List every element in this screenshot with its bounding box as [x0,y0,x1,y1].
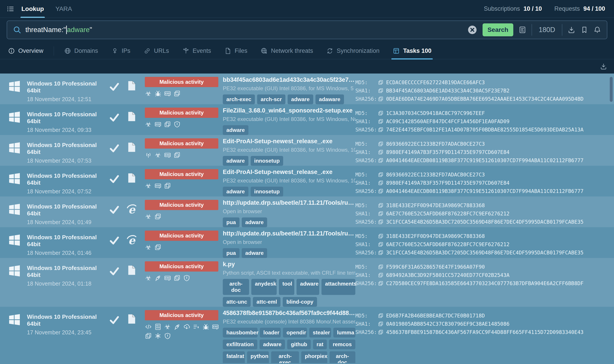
tag-pill[interactable]: innosetup [251,156,283,166]
task-row[interactable]: Windows 10 Professional 64bit18 November… [0,258,614,307]
task-title-link[interactable]: FileZilla_3.68.0_win64_sponsored2-setup.… [223,107,355,114]
tag-pill[interactable]: adware [287,94,313,104]
task-row[interactable]: Windows 10 Professional 64bit18 November… [0,196,614,227]
task-title-link[interactable]: Edit-ProAI-Setup-newest_release_.exe [223,138,355,145]
task-row[interactable]: Windows 10 Professional 64bit17 November… [0,307,614,363]
query-history-icon[interactable] [519,26,526,34]
tab-tasks[interactable]: Tasks 100 [392,43,433,59]
menu-icon[interactable] [7,5,14,13]
tag-pill[interactable]: tool [279,279,294,295]
tag-pill[interactable]: adware [242,217,267,227]
tag-pill[interactable]: fatalrat [223,351,245,363]
copy-hash-icon[interactable] [378,281,383,286]
tab-files[interactable]: Files [223,43,249,59]
task-title-link[interactable]: http://update.drp.su/beetle/17.11.21/Too… [223,230,355,237]
tag-pill[interactable]: attc-eml [253,297,280,307]
tab-yara[interactable]: YARA [55,0,73,18]
tab-events[interactable]: Events [181,43,212,59]
copy-hash-icon[interactable] [378,96,383,102]
copy-hash-icon[interactable] [378,127,383,132]
tag-pill[interactable]: innosetup [251,187,283,196]
copy-hash-icon[interactable] [378,321,383,326]
copy-hash-icon[interactable] [378,264,383,270]
tag-pill[interactable]: adware [297,279,319,295]
tag-pill[interactable]: attc-unc [223,297,251,307]
search-input[interactable]: threatName:"adware" Search 180D [7,21,607,39]
time-range-selector[interactable]: 180D [537,26,557,34]
tag-pill[interactable]: adware [223,156,248,166]
tag-pill[interactable]: arch-doc [223,279,249,295]
task-title-link[interactable]: bb34f45ac6803ad6e1ad433c3a4c30ac5f23e7b2 [223,77,355,83]
tab-lookup[interactable]: Lookup [21,0,45,18]
scrollbar-thumb[interactable] [610,77,613,102]
tag-pill[interactable]: adware [223,125,248,135]
tag-pill[interactable]: github [287,339,311,349]
tab-overview[interactable]: Overview [7,43,45,59]
tag-pill[interactable]: adware [223,187,248,196]
copy-hash-icon[interactable] [378,188,383,194]
copy-hash-icon[interactable] [378,88,383,93]
copy-hash-icon[interactable] [378,234,383,239]
tag-pill[interactable]: anydesk [251,279,277,295]
copy-hash-icon[interactable] [378,80,383,85]
tag-pill[interactable]: arch-exec [271,351,299,363]
task-title-link[interactable]: Edit-ProAI-Setup-newest_release_.exe [223,169,355,176]
copy-hash-icon[interactable] [378,313,383,318]
task-title-link[interactable]: http://update.drp.su/beetle/17.11.21/Too… [223,199,355,206]
copy-hash-icon[interactable] [378,119,383,124]
task-row[interactable]: Windows 10 Professional 64bit18 November… [0,135,614,166]
download-icon[interactable] [568,26,575,34]
copy-hash-icon[interactable] [378,242,383,247]
clear-query-icon[interactable] [467,25,477,35]
tag-pill[interactable]: attachments [322,279,355,295]
tag-pill[interactable]: adaware [315,94,344,104]
tag-pill[interactable]: arch-scr [257,94,285,104]
tag-pill[interactable]: loader [260,328,281,338]
copy-hash-icon[interactable] [378,211,383,216]
task-row[interactable]: Windows 10 Professional 64bit18 November… [0,74,614,104]
copy-hash-icon[interactable] [378,110,383,116]
tag-pill[interactable]: blind-copy [283,297,317,307]
copy-hash-icon[interactable] [378,219,383,224]
export-results-icon[interactable] [600,63,607,70]
task-title-link[interactable]: 4586378fb8e91587b6c436af567fa9cc9f44d88f… [223,310,355,317]
bell-icon[interactable] [593,26,601,34]
copy-hash-icon[interactable] [378,250,383,255]
copy-hash-icon[interactable] [378,203,383,208]
copy-hash-icon[interactable] [378,273,383,278]
task-row[interactable]: Windows 10 Professional 64bit18 November… [0,166,614,196]
copy-hash-icon[interactable] [378,172,383,177]
tab-urls[interactable]: URLs [142,43,170,59]
tag-pill[interactable]: opendir [283,328,307,338]
task-title-link[interactable]: k.py [223,261,355,268]
tag-pill[interactable]: arch-exec [223,94,255,104]
search-button[interactable]: Search [483,23,513,36]
tag-pill[interactable]: remcos [329,339,355,349]
tag-pill[interactable]: exfiltration [223,339,257,349]
task-row[interactable]: Windows 10 Professional 64bit18 November… [0,104,614,135]
tag-pill[interactable]: hausbomber [223,328,258,338]
copy-hash-icon[interactable] [378,180,383,186]
tag-pill[interactable]: arch-doc [329,351,355,363]
tag-pill[interactable]: pua [223,248,239,258]
bookmark-icon[interactable] [581,26,588,34]
tab-synchronization[interactable]: Synchronization [325,43,381,59]
tag-pill[interactable]: phorpiex [301,351,327,363]
copy-hash-icon[interactable] [378,141,383,147]
copy-hash-icon[interactable] [378,329,383,335]
tag-pill[interactable]: python [247,351,269,363]
tag-pill[interactable]: adware [260,339,285,349]
task-row[interactable]: Windows 10 Professional 64bit18 November… [0,227,614,258]
tag-pill[interactable]: lumma [333,328,355,338]
tab-domains[interactable]: Domains [63,43,100,59]
tab-ips[interactable]: IPs [110,43,132,59]
copy-hash-icon[interactable] [378,158,383,163]
search-query[interactable]: threatName:"adware" [26,26,92,34]
tag-pill[interactable]: stealer [309,328,331,338]
tag-pill[interactable]: pua [223,217,239,227]
tab-network-threats[interactable]: Network threats [259,43,314,59]
hash-label: SHA256: [355,127,378,132]
copy-hash-icon[interactable] [378,149,383,155]
tag-pill[interactable]: rat [313,339,327,349]
tag-pill[interactable]: adware [242,248,267,258]
